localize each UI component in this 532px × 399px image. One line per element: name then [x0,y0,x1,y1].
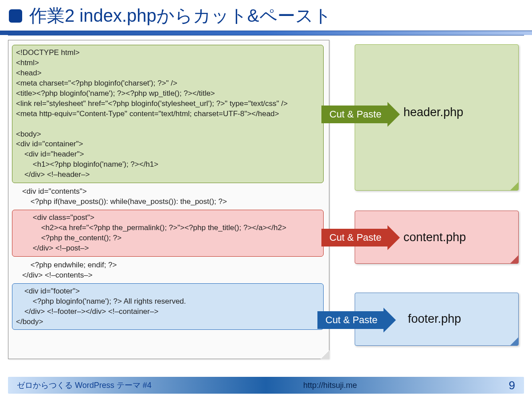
code-text: <?php endwhile; endif; ?> </div> <!–cont… [14,260,324,281]
footer-bar: ゼロからつくる WordPress テーマ #4 http://hitsuji.… [8,377,524,394]
page-fold-icon [320,350,329,359]
cut-paste-arrow-footer: Cut & Paste [317,308,396,332]
header-gradient-bar [0,31,532,35]
footer-url: http://hitsuji.me [303,381,357,390]
code-segment-footer: <div id="footer"> <?php bloginfo('name')… [12,283,324,330]
slide-title: 作業2 index.phpからカット&ペースト [29,4,332,28]
code-text: <div id="footer"> <?php bloginfo('name')… [16,286,320,327]
arrow-head-icon [387,225,400,250]
page-number: 9 [509,379,515,392]
code-segment-content: <div class="post"> <h2><a href="<?php th… [12,210,324,257]
file-label-header: header.php [403,106,463,119]
code-text: <div class="post"> <h2><a href="<?php th… [16,213,320,254]
file-label-content: content.php [403,231,466,244]
slide: 作業2 index.phpからカット&ペースト <!DOCTYPE html> … [0,0,532,399]
footer-left: ゼロからつくる WordPress テーマ #4 [17,380,152,391]
code-text: <div id="contents"> <?php if(have_posts(… [14,187,324,207]
content-area: <!DOCTYPE html> <html> <head> <meta char… [0,40,532,364]
arrow-label: Cut & Paste [321,229,387,246]
code-segment-header: <!DOCTYPE html> <html> <head> <meta char… [12,45,324,183]
arrow-label: Cut & Paste [321,106,387,123]
arrow-label: Cut & Paste [317,311,383,329]
slide-header: 作業2 index.phpからカット&ペースト [0,0,532,28]
arrow-head-icon [387,102,400,127]
source-code-panel: <!DOCTYPE html> <html> <head> <meta char… [8,40,329,359]
arrow-head-icon [383,308,396,332]
divider [8,35,524,35]
title-bullet-icon [9,9,22,23]
cut-paste-arrow-header: Cut & Paste [321,102,400,127]
code-text: <!DOCTYPE html> <html> <head> <meta char… [16,48,320,180]
file-label-footer: footer.php [408,312,461,326]
cut-paste-arrow-content: Cut & Paste [321,225,400,250]
